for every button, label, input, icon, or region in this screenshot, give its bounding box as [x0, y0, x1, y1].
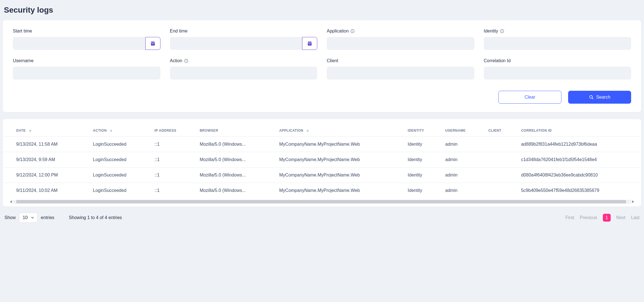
cell-username: admin — [440, 168, 483, 183]
cell-action: LoginSucceeded — [88, 137, 150, 152]
info-icon — [350, 29, 355, 33]
clear-button[interactable]: Clear — [498, 91, 561, 104]
info-icon — [184, 59, 188, 63]
col-application-label: Application — [279, 129, 303, 133]
table-row[interactable]: 9/11/2024, 10:02 AMLoginSucceeded::1Mozi… — [3, 183, 641, 198]
cell-ip: ::1 — [150, 152, 195, 168]
entries-label: entries — [41, 215, 54, 220]
calendar-icon — [307, 41, 312, 46]
col-username[interactable]: Username — [440, 125, 483, 137]
label-end-time: End time — [170, 29, 318, 34]
sort-icon — [110, 129, 112, 132]
pager-current[interactable]: 1 — [603, 214, 611, 222]
label-action: Action — [170, 58, 318, 63]
cell-browser: Mozilla/5.0 (Windows... — [195, 152, 274, 168]
cell-application: MyCompanyName.MyProjectName.Web — [274, 183, 403, 198]
cell-action: LoginSucceeded — [88, 168, 150, 183]
field-end-time: End time — [170, 29, 318, 50]
sort-icon — [29, 129, 31, 132]
cell-ip: ::1 — [150, 137, 195, 152]
label-identity-text: Identity — [484, 29, 498, 34]
col-date[interactable]: Date — [3, 125, 88, 137]
cell-date: 9/12/2024, 12:00 PM — [3, 168, 88, 183]
username-input[interactable] — [13, 67, 160, 80]
chevron-down-icon — [31, 216, 34, 220]
svg-point-8 — [186, 60, 186, 60]
table-row[interactable]: 9/12/2024, 12:00 PMLoginSucceeded::1Mozi… — [3, 168, 641, 183]
action-input[interactable] — [170, 67, 318, 80]
cell-ip: ::1 — [150, 183, 195, 198]
col-action-label: Action — [93, 129, 107, 133]
filter-panel: Start time End time — [3, 20, 641, 112]
cell-application: MyCompanyName.MyProjectName.Web — [274, 152, 403, 168]
page-size-select[interactable]: 10 — [19, 213, 38, 223]
pager-previous[interactable]: Previous — [580, 215, 597, 220]
horizontal-scrollbar[interactable] — [12, 200, 632, 204]
search-icon — [589, 95, 594, 100]
label-correlation-id: Correlation Id — [484, 58, 631, 63]
table-row[interactable]: 9/13/2024, 11:58 AMLoginSucceeded::1Mozi… — [3, 137, 641, 152]
field-action: Action — [170, 58, 318, 80]
field-identity: Identity — [484, 29, 631, 50]
security-logs-table: Date Action IP Address Browser A — [3, 125, 641, 198]
col-application[interactable]: Application — [274, 125, 403, 137]
application-input[interactable] — [327, 37, 474, 50]
field-start-time: Start time — [13, 29, 160, 50]
search-button[interactable]: Search — [568, 91, 631, 104]
cell-identity: Identity — [403, 183, 440, 198]
cell-correlation: ad889b2f831a44feb1212d973bf6deaa — [516, 137, 641, 152]
pager-first[interactable]: First — [565, 215, 574, 220]
end-time-datepicker-button[interactable] — [302, 37, 317, 50]
pager-last[interactable]: Last — [631, 215, 640, 220]
svg-line-10 — [592, 98, 593, 99]
cell-username: admin — [440, 152, 483, 168]
search-button-label: Search — [596, 95, 610, 100]
cell-identity: Identity — [403, 168, 440, 183]
cell-client — [483, 183, 516, 198]
end-time-input[interactable] — [170, 37, 302, 50]
cell-correlation: d080a4f6408f423eb36ee9cabdc90810 — [516, 168, 641, 183]
col-identity[interactable]: Identity — [403, 125, 440, 137]
pager-next[interactable]: Next — [616, 215, 626, 220]
label-application: Application — [327, 29, 474, 34]
cell-date: 9/13/2024, 9:59 AM — [3, 152, 88, 168]
label-identity: Identity — [484, 29, 631, 34]
label-action-text: Action — [170, 58, 182, 63]
start-time-input[interactable] — [13, 37, 145, 50]
col-date-label: Date — [16, 129, 26, 133]
svg-point-2 — [353, 30, 353, 31]
label-username: Username — [13, 58, 160, 63]
cell-client — [483, 137, 516, 152]
col-ip[interactable]: IP Address — [150, 125, 195, 137]
cell-username: admin — [440, 183, 483, 198]
cell-identity: Identity — [403, 137, 440, 152]
start-time-datepicker-button[interactable] — [145, 37, 160, 50]
correlation-id-input[interactable] — [484, 67, 631, 80]
field-client: Client — [327, 58, 474, 80]
col-browser[interactable]: Browser — [195, 125, 274, 137]
cell-correlation: c1d348da762041feb1f1d5f54e1548e4 — [516, 152, 641, 168]
show-label: Show — [4, 215, 16, 220]
col-correlation[interactable]: Correlation Id — [516, 125, 641, 137]
cell-identity: Identity — [403, 152, 440, 168]
cell-username: admin — [440, 137, 483, 152]
sort-icon — [307, 129, 309, 132]
svg-point-5 — [502, 30, 502, 31]
scrollbar-thumb[interactable] — [16, 200, 626, 203]
cell-correlation: 5c9b409e550e47f59e48d26835385679 — [516, 183, 641, 198]
col-action[interactable]: Action — [88, 125, 150, 137]
cell-browser: Mozilla/5.0 (Windows... — [195, 183, 274, 198]
identity-input[interactable] — [484, 37, 631, 50]
label-start-time: Start time — [13, 29, 160, 34]
cell-application: MyCompanyName.MyProjectName.Web — [274, 137, 403, 152]
cell-date: 9/13/2024, 11:58 AM — [3, 137, 88, 152]
cell-date: 9/11/2024, 10:02 AM — [3, 183, 88, 198]
label-application-text: Application — [327, 29, 349, 34]
info-icon — [500, 29, 504, 33]
cell-action: LoginSucceeded — [88, 152, 150, 168]
cell-browser: Mozilla/5.0 (Windows... — [195, 137, 274, 152]
page-size-value: 10 — [23, 215, 28, 220]
col-client[interactable]: Client — [483, 125, 516, 137]
client-input[interactable] — [327, 67, 474, 80]
table-row[interactable]: 9/13/2024, 9:59 AMLoginSucceeded::1Mozil… — [3, 152, 641, 168]
